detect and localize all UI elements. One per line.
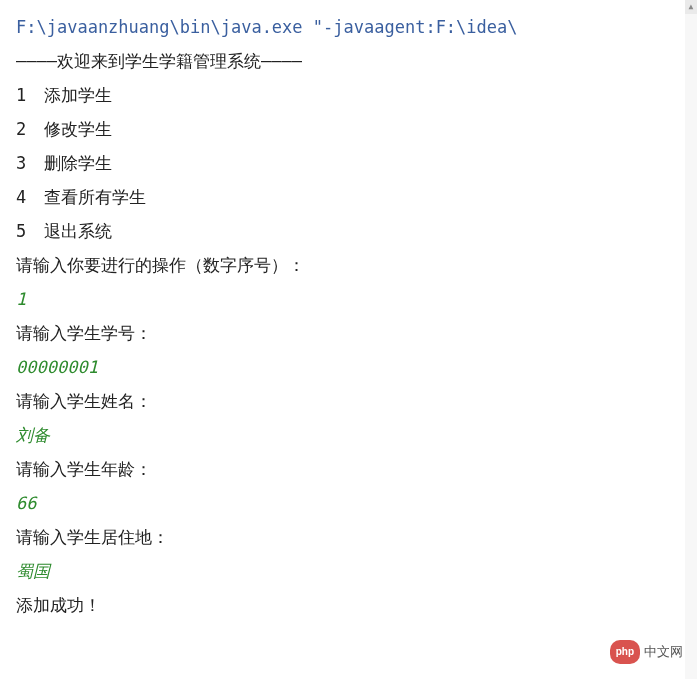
menu-num: 3 bbox=[16, 146, 34, 180]
watermark-text: 中文网 bbox=[644, 639, 683, 665]
menu-label: 查看所有学生 bbox=[44, 187, 146, 207]
prompt-id: 请输入学生学号： bbox=[16, 316, 681, 350]
welcome-header: ————欢迎来到学生学籍管理系统———— bbox=[16, 44, 681, 78]
menu-label: 修改学生 bbox=[44, 119, 112, 139]
menu-label: 删除学生 bbox=[44, 153, 112, 173]
scroll-up-icon[interactable]: ▲ bbox=[685, 0, 697, 14]
prompt-address: 请输入学生居住地： bbox=[16, 520, 681, 554]
prompt-name: 请输入学生姓名： bbox=[16, 384, 681, 418]
menu-num: 2 bbox=[16, 112, 34, 146]
menu-num: 1 bbox=[16, 78, 34, 112]
menu-num: 4 bbox=[16, 180, 34, 214]
menu-item-2: 2 修改学生 bbox=[16, 112, 681, 146]
input-id: 00000001 bbox=[16, 350, 681, 384]
menu-item-3: 3 删除学生 bbox=[16, 146, 681, 180]
input-age: 66 bbox=[16, 486, 681, 520]
menu-item-4: 4 查看所有学生 bbox=[16, 180, 681, 214]
menu-item-5: 5 退出系统 bbox=[16, 214, 681, 248]
prompt-age: 请输入学生年龄： bbox=[16, 452, 681, 486]
result-message: 添加成功！ bbox=[16, 588, 681, 622]
input-name: 刘备 bbox=[16, 418, 681, 452]
menu-item-1: 1 添加学生 bbox=[16, 78, 681, 112]
input-action: 1 bbox=[16, 282, 681, 316]
menu-label: 退出系统 bbox=[44, 221, 112, 241]
prompt-action: 请输入你要进行的操作（数字序号）： bbox=[16, 248, 681, 282]
scrollbar[interactable]: ▲ bbox=[685, 0, 697, 679]
menu-num: 5 bbox=[16, 214, 34, 248]
watermark: php 中文网 bbox=[610, 639, 683, 665]
watermark-badge: php bbox=[610, 640, 640, 664]
input-address: 蜀国 bbox=[16, 554, 681, 588]
menu-label: 添加学生 bbox=[44, 85, 112, 105]
command-line: F:\javaanzhuang\bin\java.exe "-javaagent… bbox=[16, 10, 681, 44]
